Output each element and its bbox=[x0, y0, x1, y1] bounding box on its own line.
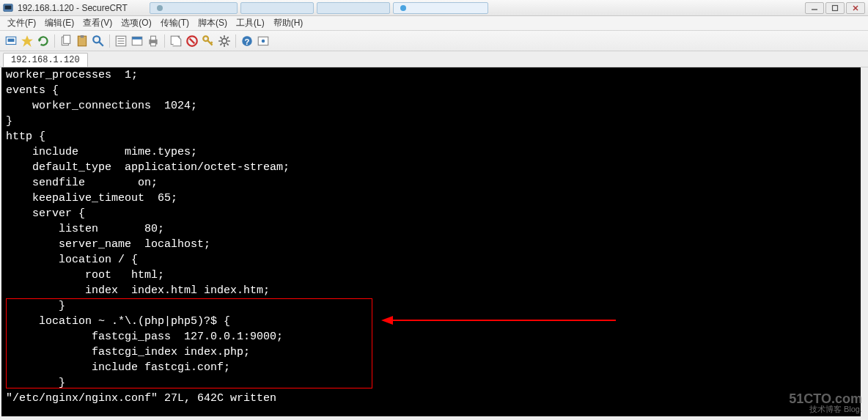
separator bbox=[109, 34, 110, 48]
bg-tab[interactable] bbox=[317, 2, 390, 14]
bg-tab[interactable] bbox=[240, 2, 314, 14]
session-tabstrip: 192.168.1.120 × bbox=[0, 51, 868, 67]
svg-point-2 bbox=[157, 5, 163, 11]
svg-point-31 bbox=[222, 38, 227, 43]
menu-view[interactable]: 查看(V) bbox=[80, 15, 115, 31]
new-session-icon[interactable] bbox=[169, 34, 183, 48]
svg-rect-1 bbox=[5, 5, 12, 9]
key-icon[interactable] bbox=[202, 34, 215, 48]
terminal-container: worker_processes 1; events { worker_conn… bbox=[0, 67, 868, 419]
menu-edit[interactable]: 编辑(E) bbox=[42, 15, 77, 31]
svg-line-27 bbox=[190, 38, 195, 43]
menubar: 文件(F) 编辑(E) 查看(V) 选项(O) 传输(T) 脚本(S) 工具(L… bbox=[0, 16, 868, 31]
app-icon bbox=[3, 3, 13, 13]
window-titlebar: 192.168.1.120 - SecureCRT bbox=[0, 0, 868, 16]
svg-point-14 bbox=[93, 36, 100, 43]
svg-rect-23 bbox=[151, 36, 156, 40]
svg-point-3 bbox=[400, 5, 406, 11]
bg-tab[interactable] bbox=[150, 2, 238, 14]
help-icon[interactable]: ? bbox=[240, 34, 254, 48]
quick-connect-icon[interactable] bbox=[21, 34, 34, 48]
menu-script[interactable]: 脚本(S) bbox=[195, 15, 230, 31]
window-title: 192.168.1.120 - SecureCRT bbox=[18, 3, 128, 13]
menu-file[interactable]: 文件(F) bbox=[4, 15, 39, 31]
reconnect-icon[interactable] bbox=[37, 34, 50, 48]
properties-icon[interactable] bbox=[114, 34, 128, 48]
print-icon[interactable] bbox=[147, 34, 160, 48]
menu-options[interactable]: 选项(O) bbox=[118, 15, 154, 31]
separator bbox=[235, 34, 236, 48]
separator bbox=[54, 34, 55, 48]
window-minimize-button[interactable] bbox=[805, 2, 824, 14]
window-maximize-button[interactable] bbox=[825, 2, 845, 14]
svg-point-35 bbox=[262, 39, 265, 43]
svg-rect-5 bbox=[833, 5, 838, 10]
svg-line-15 bbox=[99, 42, 103, 46]
terminal[interactable]: worker_processes 1; events { worker_conn… bbox=[1, 67, 861, 416]
window-close-button[interactable] bbox=[846, 2, 865, 14]
separator bbox=[164, 34, 165, 48]
toolbar: ? bbox=[0, 31, 868, 51]
menu-help[interactable]: 帮助(H) bbox=[271, 15, 306, 31]
about-icon[interactable] bbox=[257, 34, 270, 48]
svg-line-30 bbox=[210, 42, 212, 43]
paste-icon[interactable] bbox=[76, 34, 89, 48]
bg-tab-active[interactable] bbox=[393, 2, 488, 14]
svg-rect-9 bbox=[8, 38, 15, 42]
copy-icon[interactable] bbox=[59, 34, 73, 48]
svg-rect-21 bbox=[132, 37, 142, 39]
session-tab[interactable]: 192.168.1.120 bbox=[3, 53, 88, 67]
menu-tools[interactable]: 工具(L) bbox=[233, 15, 268, 31]
svg-rect-11 bbox=[64, 35, 70, 43]
svg-rect-24 bbox=[151, 43, 156, 46]
connect-icon[interactable] bbox=[4, 34, 18, 48]
menu-transfer[interactable]: 传输(T) bbox=[158, 15, 192, 31]
settings-icon[interactable] bbox=[218, 34, 231, 48]
svg-rect-13 bbox=[81, 35, 84, 37]
find-icon[interactable] bbox=[92, 34, 105, 48]
browser-background-tabs bbox=[150, 2, 488, 14]
session-options-icon[interactable] bbox=[130, 34, 144, 48]
disconnect-icon[interactable] bbox=[185, 34, 199, 48]
svg-text:?: ? bbox=[245, 37, 250, 45]
